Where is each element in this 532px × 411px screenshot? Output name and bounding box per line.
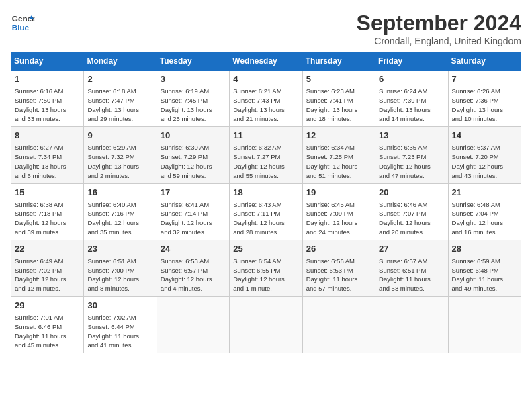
day-info: Sunrise: 6:24 AM Sunset: 7:39 PM Dayligh…: [379, 87, 444, 124]
svg-text:Blue: Blue: [12, 23, 30, 32]
calendar-cell: 3Sunrise: 6:19 AM Sunset: 7:45 PM Daylig…: [157, 71, 229, 127]
day-number: 11: [233, 130, 298, 142]
day-info: Sunrise: 6:54 AM Sunset: 6:55 PM Dayligh…: [233, 257, 298, 293]
calendar-cell: [230, 297, 302, 353]
day-number: 28: [452, 243, 517, 255]
day-info: Sunrise: 6:29 AM Sunset: 7:32 PM Dayligh…: [87, 143, 152, 180]
day-info: Sunrise: 6:41 AM Sunset: 7:14 PM Dayligh…: [161, 200, 226, 237]
calendar-cell: 6Sunrise: 6:24 AM Sunset: 7:39 PM Daylig…: [375, 71, 448, 127]
calendar-cell: 8Sunrise: 6:27 AM Sunset: 7:34 PM Daylig…: [11, 127, 84, 183]
calendar-cell: 14Sunrise: 6:37 AM Sunset: 7:20 PM Dayli…: [448, 127, 521, 183]
day-info: Sunrise: 6:46 AM Sunset: 7:07 PM Dayligh…: [379, 200, 444, 237]
week-row-1: 1Sunrise: 6:16 AM Sunset: 7:50 PM Daylig…: [11, 71, 521, 127]
day-info: Sunrise: 6:48 AM Sunset: 7:04 PM Dayligh…: [452, 200, 517, 237]
calendar-cell: 25Sunrise: 6:54 AM Sunset: 6:55 PM Dayli…: [230, 240, 302, 296]
calendar-cell: 24Sunrise: 6:53 AM Sunset: 6:57 PM Dayli…: [157, 240, 229, 296]
calendar-cell: [448, 297, 521, 353]
day-info: Sunrise: 6:51 AM Sunset: 7:00 PM Dayligh…: [87, 257, 152, 293]
weekday-header-sunday: Sunday: [11, 52, 84, 71]
calendar-cell: 26Sunrise: 6:56 AM Sunset: 6:53 PM Dayli…: [302, 240, 375, 296]
week-row-4: 22Sunrise: 6:49 AM Sunset: 7:02 PM Dayli…: [11, 240, 521, 296]
calendar-cell: 28Sunrise: 6:59 AM Sunset: 6:48 PM Dayli…: [448, 240, 521, 296]
title-area: September 2024 Crondall, England, United…: [357, 11, 521, 46]
day-number: 2: [87, 73, 152, 85]
calendar-cell: 17Sunrise: 6:41 AM Sunset: 7:14 PM Dayli…: [157, 183, 229, 240]
day-number: 24: [161, 243, 226, 255]
day-number: 14: [452, 130, 517, 142]
calendar-cell: 30Sunrise: 7:02 AM Sunset: 6:44 PM Dayli…: [84, 297, 157, 353]
day-number: 13: [379, 130, 444, 142]
calendar-cell: [157, 297, 229, 353]
day-number: 5: [306, 73, 371, 85]
calendar-cell: 2Sunrise: 6:18 AM Sunset: 7:47 PM Daylig…: [84, 71, 157, 127]
day-info: Sunrise: 6:53 AM Sunset: 6:57 PM Dayligh…: [161, 257, 226, 293]
calendar-cell: 29Sunrise: 7:01 AM Sunset: 6:46 PM Dayli…: [11, 297, 84, 353]
day-number: 16: [87, 187, 152, 199]
day-info: Sunrise: 7:02 AM Sunset: 6:44 PM Dayligh…: [87, 313, 152, 350]
day-info: Sunrise: 6:16 AM Sunset: 7:50 PM Dayligh…: [15, 87, 80, 124]
month-title: September 2024: [357, 11, 521, 36]
day-number: 15: [15, 187, 80, 199]
day-info: Sunrise: 7:01 AM Sunset: 6:46 PM Dayligh…: [15, 313, 80, 350]
week-row-5: 29Sunrise: 7:01 AM Sunset: 6:46 PM Dayli…: [11, 297, 521, 353]
day-number: 20: [379, 187, 444, 199]
day-info: Sunrise: 6:40 AM Sunset: 7:16 PM Dayligh…: [87, 200, 152, 237]
weekday-header-friday: Friday: [375, 52, 448, 71]
day-number: 17: [161, 187, 226, 199]
day-info: Sunrise: 6:18 AM Sunset: 7:47 PM Dayligh…: [87, 87, 152, 124]
day-number: 8: [15, 130, 80, 142]
week-row-2: 8Sunrise: 6:27 AM Sunset: 7:34 PM Daylig…: [11, 127, 521, 183]
calendar-cell: 4Sunrise: 6:21 AM Sunset: 7:43 PM Daylig…: [230, 71, 302, 127]
day-number: 4: [233, 73, 298, 85]
page-header: General Blue September 2024 Crondall, En…: [11, 11, 521, 46]
day-info: Sunrise: 6:35 AM Sunset: 7:23 PM Dayligh…: [379, 143, 444, 180]
weekday-header-saturday: Saturday: [448, 52, 521, 71]
calendar-cell: 5Sunrise: 6:23 AM Sunset: 7:41 PM Daylig…: [302, 71, 375, 127]
weekday-header-monday: Monday: [84, 52, 157, 71]
day-number: 29: [15, 300, 80, 312]
day-number: 26: [306, 243, 371, 255]
calendar-cell: 12Sunrise: 6:34 AM Sunset: 7:25 PM Dayli…: [302, 127, 375, 183]
calendar-cell: 16Sunrise: 6:40 AM Sunset: 7:16 PM Dayli…: [84, 183, 157, 240]
day-info: Sunrise: 6:56 AM Sunset: 6:53 PM Dayligh…: [306, 257, 371, 293]
day-info: Sunrise: 6:43 AM Sunset: 7:11 PM Dayligh…: [233, 200, 298, 237]
calendar-cell: 27Sunrise: 6:57 AM Sunset: 6:51 PM Dayli…: [375, 240, 448, 296]
day-info: Sunrise: 6:45 AM Sunset: 7:09 PM Dayligh…: [306, 200, 371, 237]
calendar-cell: 18Sunrise: 6:43 AM Sunset: 7:11 PM Dayli…: [230, 183, 302, 240]
day-info: Sunrise: 6:38 AM Sunset: 7:18 PM Dayligh…: [15, 200, 80, 237]
day-info: Sunrise: 6:37 AM Sunset: 7:20 PM Dayligh…: [452, 143, 517, 180]
location: Crondall, England, United Kingdom: [357, 36, 521, 46]
calendar-cell: 7Sunrise: 6:26 AM Sunset: 7:36 PM Daylig…: [448, 71, 521, 127]
calendar-cell: 19Sunrise: 6:45 AM Sunset: 7:09 PM Dayli…: [302, 183, 375, 240]
day-number: 6: [379, 73, 444, 85]
day-number: 9: [87, 130, 152, 142]
day-info: Sunrise: 6:34 AM Sunset: 7:25 PM Dayligh…: [306, 143, 371, 180]
day-info: Sunrise: 6:27 AM Sunset: 7:34 PM Dayligh…: [15, 143, 80, 180]
day-number: 25: [233, 243, 298, 255]
day-info: Sunrise: 6:19 AM Sunset: 7:45 PM Dayligh…: [161, 87, 226, 124]
weekday-header-tuesday: Tuesday: [157, 52, 229, 71]
calendar-cell: 21Sunrise: 6:48 AM Sunset: 7:04 PM Dayli…: [448, 183, 521, 240]
day-info: Sunrise: 6:30 AM Sunset: 7:29 PM Dayligh…: [161, 143, 226, 180]
day-number: 1: [15, 73, 80, 85]
calendar-table: SundayMondayTuesdayWednesdayThursdayFrid…: [11, 52, 521, 353]
day-number: 10: [161, 130, 226, 142]
weekday-header-wednesday: Wednesday: [230, 52, 302, 71]
weekday-header-thursday: Thursday: [302, 52, 375, 71]
calendar-cell: 9Sunrise: 6:29 AM Sunset: 7:32 PM Daylig…: [84, 127, 157, 183]
day-info: Sunrise: 6:23 AM Sunset: 7:41 PM Dayligh…: [306, 87, 371, 124]
day-number: 18: [233, 187, 298, 199]
day-info: Sunrise: 6:49 AM Sunset: 7:02 PM Dayligh…: [15, 257, 80, 293]
day-number: 30: [87, 300, 152, 312]
day-number: 23: [87, 243, 152, 255]
day-number: 12: [306, 130, 371, 142]
logo-icon: General Blue: [11, 11, 35, 35]
calendar-cell: [302, 297, 375, 353]
day-number: 7: [452, 73, 517, 85]
calendar-cell: 20Sunrise: 6:46 AM Sunset: 7:07 PM Dayli…: [375, 183, 448, 240]
logo: General Blue: [11, 11, 35, 35]
weekday-header-row: SundayMondayTuesdayWednesdayThursdayFrid…: [11, 52, 521, 71]
week-row-3: 15Sunrise: 6:38 AM Sunset: 7:18 PM Dayli…: [11, 183, 521, 240]
calendar-cell: [375, 297, 448, 353]
calendar-cell: 10Sunrise: 6:30 AM Sunset: 7:29 PM Dayli…: [157, 127, 229, 183]
